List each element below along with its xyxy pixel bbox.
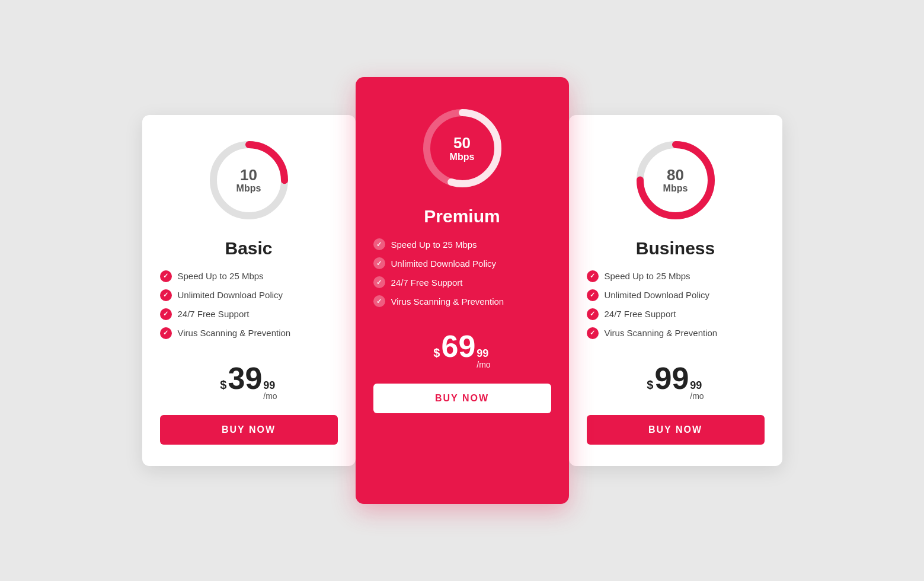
feature-text: 24/7 Free Support: [391, 277, 463, 288]
check-icon: [160, 327, 172, 339]
feature-text: Virus Scanning & Prevention: [391, 296, 504, 307]
buy-button-business[interactable]: BUY NOW: [587, 415, 765, 445]
price-main: 39: [228, 363, 262, 394]
price-cents-mo: 99 /mo: [477, 348, 490, 369]
feature-text: 24/7 Free Support: [178, 309, 250, 319]
feature-item: Speed Up to 25 Mbps: [587, 270, 765, 282]
donut-center: 10 Mbps: [236, 166, 261, 194]
feature-item: Unlimited Download Policy: [373, 257, 551, 269]
check-icon: [373, 238, 385, 250]
feature-item: Virus Scanning & Prevention: [373, 295, 551, 307]
price-cents-mo: 99 /mo: [263, 380, 277, 401]
feature-item: Unlimited Download Policy: [587, 289, 765, 301]
donut-center: 80 Mbps: [663, 166, 688, 194]
feature-text: Speed Up to 25 Mbps: [391, 240, 477, 250]
donut-basic: 10 Mbps: [207, 139, 290, 222]
buy-button-basic[interactable]: BUY NOW: [160, 415, 338, 445]
feature-item: 24/7 Free Support: [587, 308, 765, 320]
feature-text: Unlimited Download Policy: [391, 258, 497, 269]
feature-text: Speed Up to 25 Mbps: [605, 271, 690, 281]
feature-item: Speed Up to 25 Mbps: [160, 270, 338, 282]
check-icon: [587, 270, 599, 282]
pricing-container: 10 Mbps Basic Speed Up to 25 Mbps Unlimi…: [107, 53, 818, 528]
price-mo: /mo: [477, 360, 490, 369]
features-list-basic: Speed Up to 25 Mbps Unlimited Download P…: [160, 270, 338, 346]
feature-text: Virus Scanning & Prevention: [605, 328, 718, 338]
price-mo: /mo: [690, 391, 704, 401]
features-list-business: Speed Up to 25 Mbps Unlimited Download P…: [587, 270, 765, 346]
speed-value: 50: [450, 135, 475, 152]
check-icon: [160, 270, 172, 282]
donut-business: 80 Mbps: [634, 139, 717, 222]
price-main: 69: [441, 331, 475, 362]
plan-card-premium: 50 Mbps Premium Speed Up to 25 Mbps Unli…: [356, 77, 569, 504]
check-icon: [160, 308, 172, 320]
feature-text: Speed Up to 25 Mbps: [178, 271, 264, 281]
feature-item: Unlimited Download Policy: [160, 289, 338, 301]
check-icon: [160, 289, 172, 301]
feature-text: Unlimited Download Policy: [178, 290, 283, 300]
price-cents: 99: [690, 380, 702, 392]
feature-item: 24/7 Free Support: [160, 308, 338, 320]
speed-value: 10: [236, 166, 261, 183]
feature-text: 24/7 Free Support: [605, 309, 676, 319]
speed-unit: Mbps: [663, 183, 688, 194]
feature-text: Virus Scanning & Prevention: [178, 328, 291, 338]
check-icon: [373, 295, 385, 307]
plan-name-business: Business: [636, 238, 715, 258]
feature-item: Virus Scanning & Prevention: [160, 327, 338, 339]
speed-unit: Mbps: [450, 151, 475, 162]
price-dollar: $: [647, 378, 653, 392]
check-icon: [587, 308, 599, 320]
price-row-premium: $ 69 99 /mo: [433, 331, 490, 369]
price-main: 99: [654, 363, 689, 394]
plan-name-premium: Premium: [424, 206, 500, 226]
price-cents: 99: [477, 348, 488, 360]
plan-card-business: 80 Mbps Business Speed Up to 25 Mbps Unl…: [569, 115, 782, 467]
check-icon: [587, 289, 599, 301]
speed-value: 80: [663, 166, 688, 183]
feature-text: Unlimited Download Policy: [605, 290, 710, 300]
check-icon: [373, 276, 385, 288]
features-list-premium: Speed Up to 25 Mbps Unlimited Download P…: [373, 238, 551, 314]
check-icon: [587, 327, 599, 339]
price-cents-mo: 99 /mo: [690, 380, 704, 401]
donut-premium: 50 Mbps: [421, 107, 504, 190]
feature-item: Virus Scanning & Prevention: [587, 327, 765, 339]
price-mo: /mo: [263, 391, 277, 401]
feature-item: 24/7 Free Support: [373, 276, 551, 288]
price-row-business: $ 99 99 /mo: [647, 363, 704, 401]
buy-button-premium[interactable]: BUY NOW: [373, 384, 551, 413]
donut-center: 50 Mbps: [450, 135, 475, 162]
speed-unit: Mbps: [236, 183, 261, 194]
price-cents: 99: [263, 380, 275, 392]
check-icon: [373, 257, 385, 269]
price-dollar: $: [433, 346, 440, 360]
plan-card-basic: 10 Mbps Basic Speed Up to 25 Mbps Unlimi…: [142, 115, 356, 467]
price-dollar: $: [220, 378, 226, 392]
plan-name-basic: Basic: [225, 238, 272, 258]
feature-item: Speed Up to 25 Mbps: [373, 238, 551, 250]
price-row-basic: $ 39 99 /mo: [220, 363, 277, 401]
